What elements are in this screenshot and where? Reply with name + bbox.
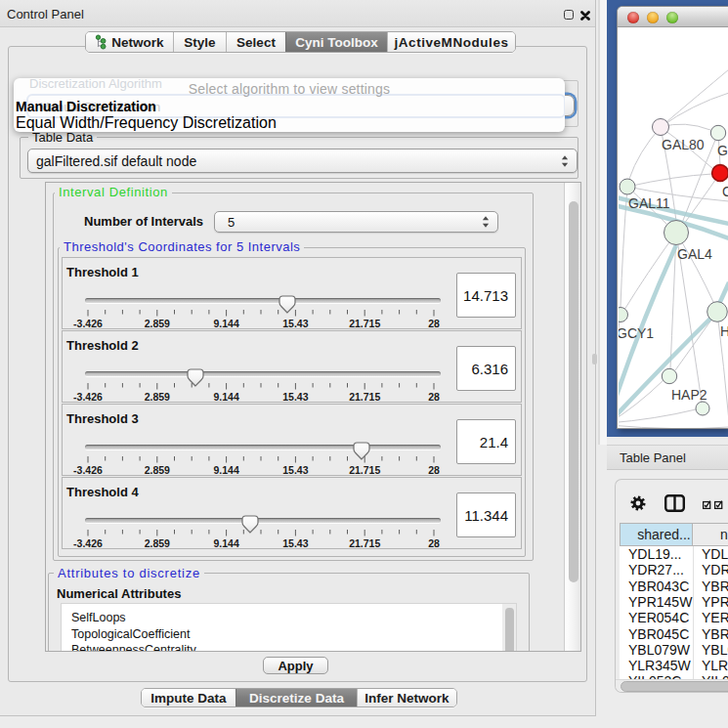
svg-text:GAL80: GAL80 [662,137,705,152]
svg-text:GAL4: GAL4 [677,246,712,262]
svg-text:GCY1: GCY1 [619,325,654,341]
svg-text:C: C [722,184,728,199]
svg-text:GAL11: GAL11 [628,195,670,211]
svg-text:HAP2: HAP2 [671,387,707,403]
svg-text:G.: G. [717,143,728,158]
svg-text:H: H [720,323,728,339]
